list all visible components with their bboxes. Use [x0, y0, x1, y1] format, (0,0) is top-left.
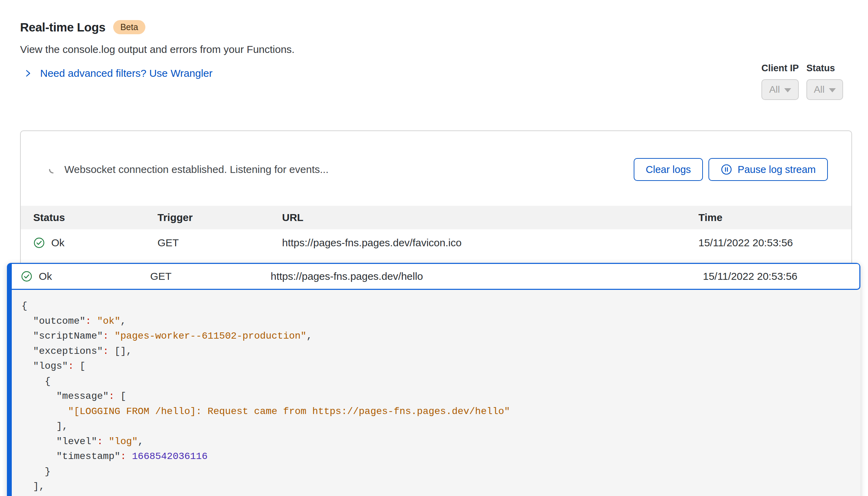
- ok-status-icon: [21, 270, 33, 282]
- page-subtitle: View the console.log output and errors f…: [20, 44, 868, 55]
- table-row[interactable]: Ok GET https://pages-fns.pages.dev/favic…: [21, 229, 851, 256]
- column-header-status: Status: [21, 212, 157, 223]
- status-cell: Ok: [21, 237, 157, 249]
- ok-status-icon: [33, 237, 45, 249]
- client-ip-dropdown[interactable]: All: [761, 79, 799, 100]
- client-ip-filter-label: Client IP: [761, 63, 799, 74]
- time-cell: 15/11/2022 20:53:56: [698, 237, 851, 249]
- beta-badge: Beta: [113, 20, 145, 34]
- url-cell: https://pages-fns.pages.dev/hello: [271, 270, 703, 282]
- websocket-status-message: Websocket connection established. Listen…: [64, 164, 328, 175]
- pause-log-stream-label: Pause log stream: [738, 164, 816, 175]
- toolbar-buttons: Clear logs Pause log stream: [634, 158, 828, 181]
- status-dropdown-value: All: [814, 84, 824, 95]
- status-cell: Ok: [12, 270, 150, 282]
- expanded-log-entry: Ok GET https://pages-fns.pages.dev/hello…: [7, 263, 860, 496]
- trigger-cell: GET: [150, 270, 271, 282]
- status-label: Ok: [39, 270, 52, 282]
- pause-icon: [721, 164, 732, 175]
- clear-logs-label: Clear logs: [646, 164, 691, 175]
- status-dropdown[interactable]: All: [806, 79, 843, 100]
- url-cell: https://pages-fns.pages.dev/favicon.ico: [282, 237, 698, 249]
- selected-table-row[interactable]: Ok GET https://pages-fns.pages.dev/hello…: [12, 263, 860, 290]
- status-filter-label: Status: [806, 63, 843, 74]
- time-cell: 15/11/2022 20:53:56: [703, 270, 859, 282]
- status-label: Ok: [51, 237, 64, 249]
- title-row: Real-time Logs Beta: [20, 20, 868, 34]
- websocket-status: Websocket connection established. Listen…: [48, 164, 328, 175]
- page-title: Real-time Logs: [20, 20, 106, 34]
- column-header-time: Time: [698, 212, 851, 223]
- caret-down-icon: [829, 88, 836, 92]
- caret-down-icon: [784, 88, 791, 92]
- pause-log-stream-button[interactable]: Pause log stream: [708, 158, 828, 181]
- log-filters: Client IP All Status All: [761, 63, 843, 100]
- log-detail-json: { "outcome": "ok", "scriptName": "pages-…: [12, 290, 860, 494]
- trigger-cell: GET: [157, 237, 282, 249]
- table-header: Status Trigger URL Time: [21, 206, 851, 229]
- client-ip-dropdown-value: All: [769, 84, 780, 95]
- client-ip-filter: Client IP All: [761, 63, 799, 100]
- clear-logs-button[interactable]: Clear logs: [634, 158, 703, 181]
- spinner-icon: [48, 165, 57, 174]
- status-filter: Status All: [806, 63, 843, 100]
- logs-toolbar: Websocket connection established. Listen…: [21, 131, 851, 206]
- chevron-right-icon: [24, 69, 33, 78]
- wrangler-link[interactable]: Need advanced filters? Use Wrangler: [24, 67, 213, 79]
- column-header-url: URL: [282, 212, 698, 223]
- realtime-logs-page: Real-time Logs Beta View the console.log…: [0, 0, 868, 496]
- wrangler-link-text[interactable]: Need advanced filters? Use Wrangler: [40, 67, 213, 79]
- column-header-trigger: Trigger: [157, 212, 282, 223]
- page-header: Real-time Logs Beta View the console.log…: [0, 0, 868, 79]
